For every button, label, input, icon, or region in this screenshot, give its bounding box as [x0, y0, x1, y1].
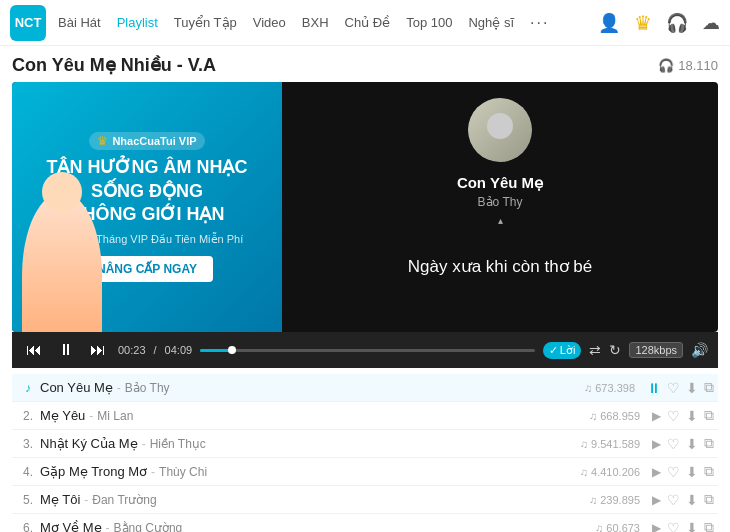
vip-banner[interactable]: ♛ NhacCuaTui VIP TẬN HƯỞNG ÂM NHẠC SỐNG … — [12, 82, 282, 332]
nav-item-top100[interactable]: Top 100 — [406, 15, 452, 30]
nav-menu: Bài Hát Playlist Tuyển Tập Video BXH Chủ… — [58, 14, 598, 32]
header: NCT Bài Hát Playlist Tuyển Tập Video BXH… — [0, 0, 730, 46]
user-icon[interactable]: 👤 — [598, 12, 620, 34]
song-actions: ▶ ♡ ⬇ ⧉ — [652, 491, 714, 508]
lyric-check-icon: ✓ — [549, 344, 558, 357]
song-plays: ♫239.895 — [589, 494, 640, 506]
song-actions: ▶ ♡ ⬇ ⧉ — [652, 435, 714, 452]
song-number: 5. — [16, 493, 40, 507]
song-dash: - — [151, 465, 155, 479]
song-name-link[interactable]: Con Yêu Mẹ — [40, 380, 113, 395]
player-area: ♛ NhacCuaTui VIP TẬN HƯỞNG ÂM NHẠC SỐNG … — [12, 82, 718, 332]
song-name: Nhật Ký Của Mẹ — [40, 436, 138, 451]
play-song-button[interactable]: ▶ — [652, 409, 661, 423]
vip-badge: ♛ NhacCuaTui VIP — [89, 132, 204, 150]
song-dash: - — [89, 409, 93, 423]
song-dash: - — [142, 437, 146, 451]
like-button[interactable]: ♡ — [667, 464, 680, 480]
pause-song-button[interactable]: ⏸ — [647, 380, 661, 396]
listen-count: 🎧 18.110 — [658, 58, 718, 73]
song-artist: Đan Trường — [92, 493, 156, 507]
quality-badge[interactable]: 128kbps — [629, 342, 683, 358]
headphone-icon[interactable]: 🎧 — [666, 12, 688, 34]
download-button[interactable]: ⬇ — [686, 464, 698, 480]
song-name: Mẹ Yêu — [40, 408, 85, 423]
person-head — [42, 172, 82, 212]
repeat-icon[interactable]: ↻ — [609, 342, 621, 358]
like-button[interactable]: ♡ — [667, 436, 680, 452]
logo-text: NCT — [15, 16, 42, 29]
nav-item-tuyentap[interactable]: Tuyển Tập — [174, 15, 237, 30]
avatar-head — [487, 113, 513, 139]
vip-label: NhacCuaTui VIP — [112, 135, 196, 147]
download-button[interactable]: ⬇ — [686, 380, 698, 396]
download-button[interactable]: ⬇ — [686, 408, 698, 424]
nav-item-baihat[interactable]: Bài Hát — [58, 15, 101, 30]
song-info: Mơ Về Mẹ-Bằng Cường — [40, 520, 595, 532]
nav-item-bxh[interactable]: BXH — [302, 15, 329, 30]
more-button[interactable]: ⧉ — [704, 435, 714, 452]
play-song-button[interactable]: ▶ — [652, 437, 661, 451]
play-song-button[interactable]: ▶ — [652, 493, 661, 507]
nav-item-nghesi[interactable]: Nghệ sĩ — [468, 15, 514, 30]
nav-item-chude[interactable]: Chủ Đề — [345, 15, 391, 30]
song-name-link[interactable]: Nhật Ký Của Mẹ — [40, 436, 138, 451]
song-name-link[interactable]: Mơ Về Mẹ — [40, 520, 102, 532]
play-count-value: 4.410.206 — [591, 466, 640, 478]
header-actions: 👤 ♛ 🎧 ☁ — [598, 11, 720, 35]
like-button[interactable]: ♡ — [667, 520, 680, 533]
more-button[interactable]: ⧉ — [704, 463, 714, 480]
current-time: 00:23 — [118, 344, 146, 356]
volume-icon[interactable]: 🔊 — [691, 342, 708, 358]
crown-icon[interactable]: ♛ — [634, 11, 652, 35]
download-button[interactable]: ⬇ — [686, 520, 698, 533]
more-button[interactable]: ⧉ — [704, 491, 714, 508]
song-row[interactable]: 2.Mẹ Yêu-Mi Lan♫668.959 ▶ ♡ ⬇ ⧉ — [12, 402, 718, 430]
logo[interactable]: NCT — [10, 5, 46, 41]
more-button[interactable]: ⧉ — [704, 407, 714, 424]
like-button[interactable]: ♡ — [667, 380, 680, 396]
song-row[interactable]: 6.Mơ Về Mẹ-Bằng Cường♫60.673 ▶ ♡ ⬇ ⧉ — [12, 514, 718, 532]
controls-bar: ⏮ ⏸ ⏭ 00:23 / 04:09 ✓ Lời ⇄ ↻ 128kbps 🔊 — [12, 332, 718, 368]
song-name: Con Yêu Mẹ — [40, 380, 113, 395]
progress-bar[interactable] — [200, 349, 535, 352]
shuffle-icon[interactable]: ⇄ — [589, 342, 601, 358]
lyric-label: Lời — [560, 344, 576, 357]
next-button[interactable]: ⏭ — [86, 339, 110, 361]
lyrics-display: Ngày xưa khi còn thơ bé — [408, 256, 592, 277]
song-plays: ♫9.541.589 — [580, 438, 640, 450]
more-button[interactable]: ⧉ — [704, 379, 714, 396]
player-song-title: Con Yêu Mẹ — [457, 174, 543, 192]
download-button[interactable]: ⬇ — [686, 436, 698, 452]
play-count-icon: ♫ — [589, 494, 597, 506]
more-button[interactable]: ⧉ — [704, 519, 714, 532]
like-button[interactable]: ♡ — [667, 492, 680, 508]
song-list: ♪Con Yêu Mẹ-Bảo Thy♫673.398 ⏸ ♡ ⬇ ⧉ 2.Mẹ… — [12, 374, 718, 532]
song-dash: - — [106, 521, 110, 532]
nav-item-video[interactable]: Video — [253, 15, 286, 30]
nav-item-playlist[interactable]: Playlist — [117, 15, 158, 30]
song-row[interactable]: 4.Gặp Mẹ Trong Mơ-Thùy Chi♫4.410.206 ▶ ♡… — [12, 458, 718, 486]
song-row[interactable]: ♪Con Yêu Mẹ-Bảo Thy♫673.398 ⏸ ♡ ⬇ ⧉ — [12, 374, 718, 402]
song-actions: ▶ ♡ ⬇ ⧉ — [652, 407, 714, 424]
download-button[interactable]: ⬇ — [686, 492, 698, 508]
prev-button[interactable]: ⏮ — [22, 339, 46, 361]
play-count-icon: ♫ — [584, 382, 592, 394]
nav-more-button[interactable]: ··· — [530, 14, 549, 32]
like-button[interactable]: ♡ — [667, 408, 680, 424]
expand-icon[interactable]: ▴ — [498, 215, 503, 226]
play-count-value: 60.673 — [606, 522, 640, 533]
song-row[interactable]: 5.Mẹ Tôi-Đan Trường♫239.895 ▶ ♡ ⬇ ⧉ — [12, 486, 718, 514]
song-name-link[interactable]: Mẹ Yêu — [40, 408, 85, 423]
song-row[interactable]: 3.Nhật Ký Của Mẹ-Hiền Thục♫9.541.589 ▶ ♡… — [12, 430, 718, 458]
cloud-icon[interactable]: ☁ — [702, 12, 720, 34]
play-song-button[interactable]: ▶ — [652, 465, 661, 479]
play-count-icon: ♫ — [580, 438, 588, 450]
song-name-link[interactable]: Mẹ Tôi — [40, 492, 80, 507]
play-count-icon: ♫ — [595, 522, 603, 533]
song-plays: ♫668.959 — [589, 410, 640, 422]
play-song-button[interactable]: ▶ — [652, 521, 661, 533]
lyric-toggle[interactable]: ✓ Lời — [543, 342, 582, 359]
pause-button[interactable]: ⏸ — [54, 339, 78, 361]
song-name-link[interactable]: Gặp Mẹ Trong Mơ — [40, 464, 147, 479]
